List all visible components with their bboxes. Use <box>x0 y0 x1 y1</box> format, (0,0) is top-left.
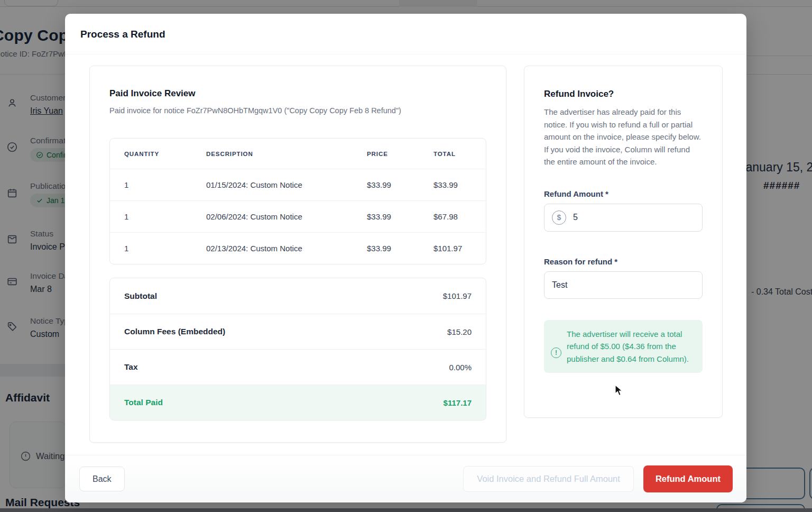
cell-description: 01/15/2024: Custom Notice <box>206 180 367 189</box>
process-refund-modal: Process a Refund Paid Invoice Review Pai… <box>65 14 746 502</box>
summary-label: Tax <box>124 362 138 372</box>
cell-quantity: 1 <box>124 180 206 189</box>
table-row: 1 02/06/2024: Custom Notice $33.99 $67.9… <box>110 200 486 232</box>
cell-quantity: 1 <box>124 244 206 253</box>
cell-total: $101.97 <box>433 244 486 253</box>
summary-value: $15.20 <box>447 327 472 336</box>
invoice-summary: Subtotal $101.97 Column Fees (Embedded) … <box>109 278 486 420</box>
cell-description: 02/13/2024: Custom Notice <box>206 244 367 253</box>
refund-description: The advertiser has already paid for this… <box>544 106 703 168</box>
info-circle-icon: ! <box>551 348 561 358</box>
summary-row-total-paid: Total Paid $117.17 <box>110 385 486 420</box>
dollar-icon: $ <box>552 211 566 225</box>
summary-value: $101.97 <box>443 291 472 300</box>
invoice-review-subtitle: Paid invoice for notice FoZr7PwN8OHbTMgq… <box>109 106 486 115</box>
cell-price: $33.99 <box>367 244 433 253</box>
mouse-cursor <box>615 385 625 396</box>
refund-invoice-card: Refund Invoice? The advertiser has alrea… <box>524 66 723 418</box>
summary-value: $117.17 <box>444 398 472 407</box>
refund-amount-field-wrap: $ <box>544 204 703 232</box>
refund-info-text: The advertiser will receive a total refu… <box>567 328 694 365</box>
cell-total: $67.98 <box>433 212 486 221</box>
invoice-review-title: Paid Invoice Review <box>109 88 486 99</box>
reason-for-refund-input[interactable] <box>552 280 695 290</box>
reason-field-wrap <box>544 271 703 299</box>
invoice-line-items-table: QUANTITY DESCRIPTION PRICE TOTAL 1 01/15… <box>109 138 486 264</box>
summary-row-fees: Column Fees (Embedded) $15.20 <box>110 314 486 349</box>
table-header-row: QUANTITY DESCRIPTION PRICE TOTAL <box>110 139 486 169</box>
modal-header: Process a Refund <box>65 14 746 54</box>
refund-info-alert: ! The advertiser will receive a total re… <box>544 320 703 373</box>
table-row: 1 02/13/2024: Custom Notice $33.99 $101.… <box>110 232 486 264</box>
paid-invoice-review-card: Paid Invoice Review Paid invoice for not… <box>89 66 506 443</box>
summary-label: Total Paid <box>124 398 163 407</box>
reason-for-refund-label: Reason for refund * <box>544 257 703 266</box>
refund-amount-input[interactable] <box>573 213 695 222</box>
refund-invoice-title: Refund Invoice? <box>544 89 703 99</box>
cell-description: 02/06/2024: Custom Notice <box>206 212 367 221</box>
refund-amount-button[interactable]: Refund Amount <box>643 465 733 492</box>
modal-title: Process a Refund <box>80 29 731 40</box>
col-quantity: QUANTITY <box>124 151 206 157</box>
summary-row-tax: Tax 0.00% <box>110 349 486 385</box>
summary-value: 0.00% <box>449 363 472 372</box>
summary-row-subtotal: Subtotal $101.97 <box>110 278 486 314</box>
modal-footer: Back Void Invoice and Refund Full Amount… <box>65 455 746 502</box>
cell-price: $33.99 <box>367 180 433 189</box>
void-invoice-button[interactable]: Void Invoice and Refund Full Amount <box>463 466 634 492</box>
col-price: PRICE <box>367 151 433 157</box>
cell-total: $33.99 <box>433 180 486 189</box>
cell-price: $33.99 <box>367 212 433 221</box>
back-button[interactable]: Back <box>79 467 125 491</box>
table-row: 1 01/15/2024: Custom Notice $33.99 $33.9… <box>110 169 486 200</box>
summary-label: Subtotal <box>124 291 157 301</box>
col-total: TOTAL <box>433 151 486 157</box>
refund-amount-label: Refund Amount * <box>544 189 703 198</box>
col-description: DESCRIPTION <box>206 151 367 157</box>
summary-label: Column Fees (Embedded) <box>124 327 225 336</box>
cell-quantity: 1 <box>124 212 206 221</box>
